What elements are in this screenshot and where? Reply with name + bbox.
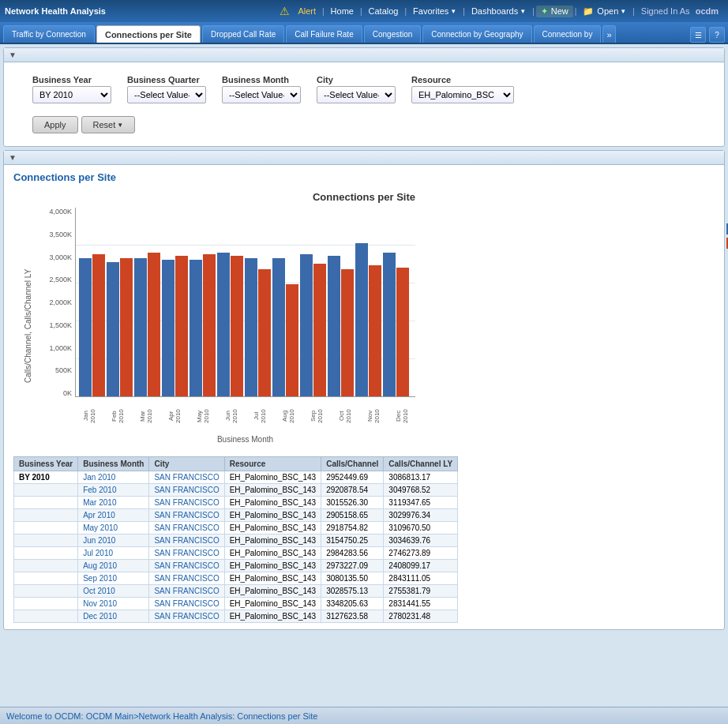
cell-month[interactable]: Oct 2010 [78,585,149,598]
data-table: Business YearBusiness MonthCityResourceC… [13,456,458,623]
cell-resource: EH_Palomino_BSC_143 [224,572,321,585]
nav-divider-4: | [463,7,465,16]
cell-month[interactable]: Mar 2010 [78,497,149,509]
nav-new[interactable]: ✦ New [536,6,573,17]
bar-group [190,208,216,396]
cell-month[interactable]: Jan 2010 [78,471,149,484]
cell-calls-channel-ly: 3086813.17 [384,471,458,484]
reset-button[interactable]: Reset ▼ [81,116,136,133]
tab-connections-per-site[interactable]: Connections per Site [96,25,201,43]
bar-group [134,208,160,396]
table-header: Calls/Channel LY [384,457,458,471]
tab-congestion[interactable]: Congestion [364,25,422,43]
alert-label[interactable]: Alert [293,5,321,17]
y-tick-label: 1,500K [49,321,72,329]
business-quarter-select[interactable]: --Select Value-- [127,86,206,103]
bar-blue [355,243,368,396]
filter-btn-row: Apply Reset ▼ [17,113,711,137]
bar-blue [107,262,119,396]
bar-orange [175,256,188,396]
cell-month[interactable]: May 2010 [78,522,149,535]
breadcrumb-home[interactable]: Welcome to OCDM: OCDM Main [6,711,133,721]
city-select[interactable]: --Select Value-- [317,86,396,103]
chart-section-toggle[interactable]: ▼ [4,151,724,165]
cell-month[interactable]: Jun 2010 [78,535,149,547]
cell-resource: EH_Palomino_BSC_143 [224,484,321,497]
bar-group [383,208,409,396]
cell-calls-channel-ly: 2746273.89 [384,547,458,560]
table-row: Oct 2010SAN FRANCISCOEH_Palomino_BSC_143… [14,585,458,598]
cell-month[interactable]: Apr 2010 [78,509,149,522]
business-month-select[interactable]: --Select Value-- [222,86,301,103]
nav-divider-2: | [360,7,362,16]
apply-button[interactable]: Apply [32,116,78,133]
filter-group-resource: Resource EH_Palomino_BSC [411,75,514,103]
cell-city[interactable]: SAN FRANCISCO [149,598,224,610]
cell-city[interactable]: SAN FRANCISCO [149,484,224,497]
cell-resource: EH_Palomino_BSC_143 [224,522,321,535]
nav-dashboards[interactable]: Dashboards▼ [467,5,531,17]
help-icon-btn[interactable]: ? [709,27,725,43]
cell-city[interactable]: SAN FRANCISCO [149,471,224,484]
tab-traffic-by-connection[interactable]: Traffic by Connection [3,25,95,43]
cell-month[interactable]: Nov 2010 [78,598,149,610]
new-icon: ✦ [541,6,548,17]
filter-section-toggle[interactable]: ▼ [4,48,724,62]
cell-calls-channel: 2918754.82 [321,522,384,535]
cell-city[interactable]: SAN FRANCISCO [149,560,224,572]
tab-call-failure-rate[interactable]: Call Failure Rate [286,25,362,43]
cell-month[interactable]: Aug 2010 [78,560,149,572]
cell-calls-channel: 2905158.65 [321,509,384,522]
tab-overflow[interactable]: » [602,25,615,43]
cell-month[interactable]: Feb 2010 [78,484,149,497]
cell-month[interactable]: Sep 2010 [78,572,149,585]
cell-year [14,560,78,572]
cell-calls-channel: 3080135.50 [321,572,384,585]
cell-resource: EH_Palomino_BSC_143 [224,509,321,522]
footer: Welcome to OCDM: OCDM Main > Network Hea… [0,707,728,724]
tab-connection-by[interactable]: Connection by [534,25,602,43]
tab-connection-by-geography[interactable]: Connection by Geography [422,25,531,43]
x-label: Mar 2010 [132,399,159,433]
settings-icon-btn[interactable]: ☰ [690,27,706,43]
bar-blue [79,258,92,396]
x-label: Oct 2010 [331,399,358,433]
nav-divider-1: | [322,7,325,16]
cell-city[interactable]: SAN FRANCISCO [149,547,224,560]
bar-orange [148,253,160,396]
cell-calls-channel: 2973227.09 [321,560,384,572]
cell-month[interactable]: Dec 2010 [78,610,149,623]
table-row: Jul 2010SAN FRANCISCOEH_Palomino_BSC_143… [14,547,458,560]
table-header: Resource [224,457,321,471]
bar-orange [231,256,243,396]
cell-year [14,509,78,522]
tab-dropped-call-rate[interactable]: Dropped Call Rate [202,25,284,43]
app-title: Network Health Analysis [5,6,280,16]
y-tick-label: 500K [55,366,72,374]
nav-home[interactable]: Home [326,5,358,17]
table-row: Mar 2010SAN FRANCISCOEH_Palomino_BSC_143… [14,497,458,509]
cell-city[interactable]: SAN FRANCISCO [149,585,224,598]
nav-open[interactable]: 📁 Open▼ [578,5,631,18]
bar-group [217,208,243,396]
bar-blue [328,256,340,396]
table-header: Business Month [78,457,149,471]
cell-month[interactable]: Jul 2010 [78,547,149,560]
business-year-select[interactable]: BY 2010 [32,86,111,103]
cell-calls-channel-ly: 2831441.55 [384,598,458,610]
cell-city[interactable]: SAN FRANCISCO [149,522,224,535]
bar-orange [396,268,409,396]
y-tick-label: 3,000K [49,253,72,261]
cell-city[interactable]: SAN FRANCISCO [149,535,224,547]
cell-city[interactable]: SAN FRANCISCO [149,572,224,585]
chart-title: Connections per Site [13,191,715,203]
bar-group [245,208,271,396]
resource-select[interactable]: EH_Palomino_BSC [411,86,514,103]
cell-city[interactable]: SAN FRANCISCO [149,610,224,623]
y-tick-label: 1,000K [49,344,72,352]
cell-city[interactable]: SAN FRANCISCO [149,509,224,522]
nav-favorites[interactable]: Favorites▼ [408,5,461,17]
cell-city[interactable]: SAN FRANCISCO [149,497,224,509]
nav-catalog[interactable]: Catalog [364,5,403,17]
cell-calls-channel: 3127623.58 [321,610,384,623]
